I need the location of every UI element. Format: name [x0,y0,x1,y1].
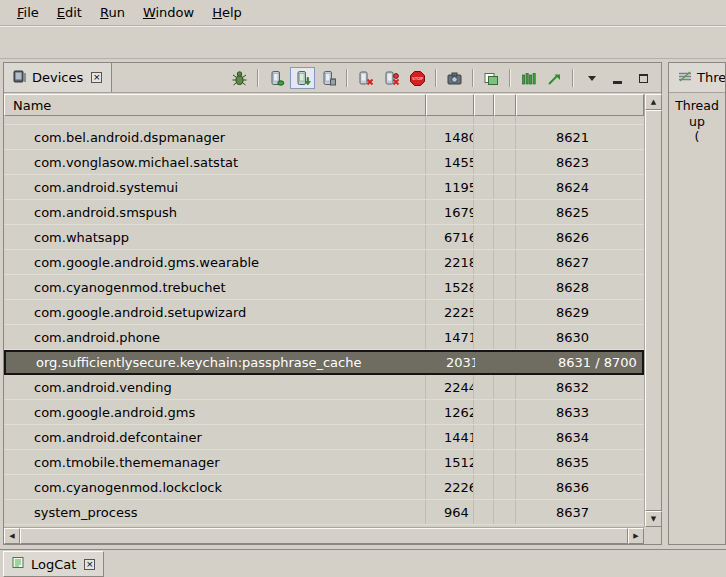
dump-hprof-icon[interactable] [290,67,315,89]
table-row[interactable]: com.google.android.gms 12623 8633 [4,400,644,425]
cell-empty [494,150,516,174]
table-row[interactable]: com.cyanogenmod.lockclock 22265 8636 [4,475,644,500]
toolbar-separator [509,69,511,87]
process-name: com.android.phone [4,325,426,349]
cell-empty [494,425,516,449]
process-pid: 14553 [426,150,474,174]
table-row[interactable]: org.sufficientlysecure.keychain:passphra… [4,350,644,375]
column-header-empty[interactable] [494,94,516,116]
capture-layers-icon[interactable] [516,67,541,89]
table-row[interactable]: com.whatsapp 6716 8626 [4,225,644,250]
maximize-icon[interactable] [631,67,656,89]
horizontal-scrollbar-thumb[interactable] [20,528,628,544]
close-icon[interactable]: × [91,72,102,83]
table-row-spacer [4,116,644,125]
dump-view-hierarchy-icon[interactable] [479,67,504,89]
cell-empty [494,325,516,349]
column-header-pid[interactable] [426,94,474,116]
table-row[interactable]: com.android.systemui 1195 8624 [4,175,644,200]
table-row[interactable]: com.google.android.setupwizard 22250 862… [4,300,644,325]
tab-threads[interactable]: Threads × [669,63,726,92]
process-pid: 1471 [426,325,474,349]
stop-process-icon[interactable]: STOP [405,67,430,89]
cell-empty [474,175,494,199]
process-name: com.cyanogenmod.lockclock [4,475,426,499]
process-name: org.sufficientlysecure.keychain:passphra… [6,352,428,373]
vertical-scrollbar[interactable]: ▲ ▼ [644,94,661,527]
table-row[interactable]: com.android.vending 22440 8632 [4,375,644,400]
scroll-up-icon[interactable]: ▲ [645,94,662,110]
process-name: com.google.android.gms.wearable [4,250,426,274]
column-header-empty[interactable] [474,94,494,116]
tab-logcat[interactable]: LogCat × [3,551,104,577]
table-row[interactable]: com.vonglasow.michael.satstat 14553 8623 [4,150,644,175]
table-row[interactable]: system_process 964 8637 [4,500,644,525]
cell-empty [474,275,494,299]
start-method-profiling-icon[interactable] [379,67,404,89]
ddms-window: File Edit Run Window Help Devices × ST [0,0,726,577]
table-row[interactable]: com.android.smspush 1679 8625 [4,200,644,225]
update-threads-icon[interactable] [353,67,378,89]
scroll-right-icon[interactable]: ▶ [628,528,644,544]
process-port: 8629 [516,300,644,324]
main-toolbar [0,26,726,59]
vertical-scrollbar-thumb[interactable] [645,110,662,511]
table-row[interactable]: com.android.defcontainer 14411 8634 [4,425,644,450]
process-name: system_process [4,500,426,524]
menu-file[interactable]: File [8,2,48,23]
cell-empty [474,450,494,474]
menu-run[interactable]: Run [91,2,134,23]
process-port: 8633 [516,400,644,424]
debug-icon[interactable] [227,67,252,89]
column-header-port[interactable] [516,94,644,116]
process-port: 8632 [516,375,644,399]
cell-empty [474,225,494,249]
table-row[interactable]: com.tmobile.thememanager 1512 8635 [4,450,644,475]
devices-panel-header: Devices × STOP [4,63,661,93]
logcat-icon [12,556,26,572]
cause-gc-icon[interactable] [316,67,341,89]
menu-window[interactable]: Window [134,2,203,23]
cell-empty [474,125,494,149]
cell-empty [494,400,516,424]
cell-empty [474,500,494,524]
tab-devices[interactable]: Devices × [4,63,112,92]
cell-empty [494,275,516,299]
scroll-down-icon[interactable]: ▼ [645,511,662,527]
column-header-name[interactable]: Name [4,94,426,116]
process-port: 8626 [516,225,644,249]
table-row[interactable]: com.android.phone 1471 8630 [4,325,644,350]
cell-empty [494,200,516,224]
horizontal-scrollbar[interactable]: ◀ ▶ [4,527,644,544]
close-icon[interactable]: × [84,559,95,570]
table-row[interactable]: com.cyanogenmod.trebuchet 1528 8628 [4,275,644,300]
cell-empty [494,450,516,474]
view-menu-icon[interactable] [579,67,604,89]
cell-empty [474,250,494,274]
method-profiling-icon[interactable] [542,67,567,89]
process-port: 8621 [516,125,644,149]
cell-empty [426,116,474,124]
update-heap-icon[interactable] [264,67,289,89]
cell-empty [494,225,516,249]
process-pid: 1512 [426,450,474,474]
process-name: com.tmobile.thememanager [4,450,426,474]
process-port: 8630 [516,325,644,349]
cell-empty [474,475,494,499]
cell-empty [474,425,494,449]
table-row[interactable]: com.google.android.gms.wearable 22185 86… [4,250,644,275]
process-port: 8636 [516,475,644,499]
svg-text:STOP: STOP [412,76,424,81]
process-port: 8624 [516,175,644,199]
cell-empty [494,250,516,274]
minimize-icon[interactable] [605,67,630,89]
menu-edit[interactable]: Edit [48,2,91,23]
device-icon [13,70,27,86]
process-name: com.android.vending [4,375,426,399]
toolbar-separator [472,69,474,87]
scroll-left-icon[interactable]: ◀ [4,528,20,544]
process-pid: 1480 [426,125,474,149]
table-row[interactable]: com.bel.android.dspmanager 1480 8621 [4,125,644,150]
menu-help[interactable]: Help [203,2,251,23]
screen-capture-icon[interactable] [442,67,467,89]
